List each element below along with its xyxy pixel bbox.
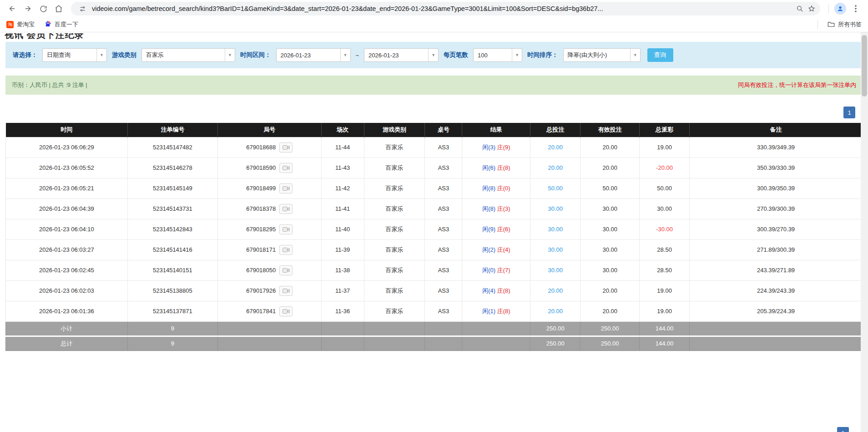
cell-valid-bet: 50.00: [580, 178, 640, 198]
home-button[interactable]: [52, 2, 66, 15]
table-row: 2026-01-23 06:02:03523145138805679017926…: [6, 280, 863, 301]
cell-bet-id: 523145145149: [127, 178, 217, 198]
footer-payout: 144.00: [640, 336, 690, 351]
cell-table-no: AS3: [425, 158, 462, 178]
cell-session: 11-39: [321, 239, 364, 260]
cell-result: 闲(8) 庄(0): [462, 178, 530, 198]
video-replay-button[interactable]: [279, 245, 293, 255]
column-header: 游戏类别: [364, 123, 425, 137]
cell-table-no: AS3: [425, 260, 462, 280]
video-replay-button[interactable]: [279, 142, 293, 152]
bet-records-table: 时间注单编号局号场次游戏类别桌号结果总投注有效投注总派彩备注 2026-01-2…: [5, 123, 863, 351]
chevron-down-icon[interactable]: ▼: [340, 49, 350, 61]
page-1-button[interactable]: 1: [843, 107, 855, 118]
cell-total-bet[interactable]: 20.00: [530, 280, 580, 301]
cell-table-no: AS3: [425, 178, 462, 198]
cell-result: 闲(4) 庄(8): [462, 280, 530, 301]
chevron-down-icon[interactable]: ▼: [96, 49, 106, 61]
video-replay-button[interactable]: [279, 306, 293, 316]
table-row: 2026-01-23 06:01:36523145137871679017841…: [6, 301, 863, 321]
cell-result: 闲(0) 庄(7): [462, 260, 530, 280]
url-text[interactable]: videoie.com/game/betrecord_search/kind3?…: [92, 5, 789, 12]
column-header: 结果: [462, 123, 530, 137]
all-bookmarks-button[interactable]: 所有书签: [818, 20, 862, 29]
chevron-down-icon[interactable]: ▼: [225, 49, 235, 61]
video-replay-button[interactable]: [279, 224, 293, 234]
search-button[interactable]: 查询: [647, 48, 673, 62]
video-replay-button[interactable]: [279, 265, 293, 275]
cell-time: 2026-01-23 06:04:10: [6, 219, 128, 239]
cell-total-bet[interactable]: 30.00: [530, 219, 580, 239]
table-row: 2026-01-23 06:03:27523145141416679018171…: [6, 239, 863, 260]
bookmark-taobao[interactable]: 淘 爱淘宝: [6, 20, 35, 29]
cell-game-type: 百家乐: [364, 219, 425, 239]
cell-total-bet[interactable]: 50.00: [530, 178, 580, 198]
cell-payout: -20.00: [640, 158, 690, 178]
cell-result: 闲(1) 庄(8): [462, 301, 530, 321]
query-type-select[interactable]: 日期查询 ▼: [42, 48, 107, 62]
table-row: 2026-01-23 06:04:10523145142843679018295…: [6, 219, 863, 239]
cell-time: 2026-01-23 06:01:36: [6, 301, 128, 321]
cell-payout: 19.00: [640, 301, 690, 321]
footer-valid-bet: 250.00: [580, 321, 640, 336]
chevron-down-icon[interactable]: ▼: [630, 49, 640, 61]
forward-button[interactable]: [21, 2, 35, 15]
video-replay-button[interactable]: [279, 204, 293, 214]
sort-label: 时间排序：: [527, 51, 558, 59]
cell-result: 闲(2) 庄(4): [462, 239, 530, 260]
profile-avatar[interactable]: [834, 3, 846, 15]
page-1-button-bottom[interactable]: 1: [837, 427, 849, 432]
cell-remark: 243.39/271.89: [690, 260, 863, 280]
game-type-select[interactable]: 百家乐 ▼: [141, 48, 235, 62]
cell-table-no: AS3: [425, 198, 462, 219]
address-bar[interactable]: videoie.com/game/betrecord_search/kind3?…: [71, 2, 820, 15]
cell-session: 11-41: [321, 198, 364, 219]
cell-payout: 19.00: [640, 137, 690, 158]
cell-payout: 19.00: [640, 280, 690, 301]
cell-bet-id: 523145137871: [127, 301, 217, 321]
reload-button[interactable]: [36, 2, 50, 15]
cell-result: 闲(3) 庄(9): [462, 137, 530, 158]
column-header: 有效投注: [580, 123, 640, 137]
cell-total-bet[interactable]: 30.00: [530, 198, 580, 219]
back-button[interactable]: [5, 2, 19, 15]
footer-count: 9: [127, 321, 217, 336]
cell-game-type: 百家乐: [364, 239, 425, 260]
cell-time: 2026-01-23 06:04:39: [6, 198, 128, 219]
page-scrollbar[interactable]: [861, 32, 868, 432]
column-header: 备注: [690, 123, 863, 137]
zoom-icon[interactable]: [794, 3, 806, 15]
date-end-select[interactable]: 2026-01-23 ▼: [364, 48, 439, 62]
video-replay-button[interactable]: [279, 163, 293, 173]
footer-total-bet: 250.00: [530, 321, 580, 336]
column-header: 局号: [217, 123, 321, 137]
browser-toolbar: videoie.com/game/betrecord_search/kind3?…: [0, 0, 868, 17]
cell-total-bet[interactable]: 30.00: [530, 260, 580, 280]
cell-valid-bet: 30.00: [580, 198, 640, 219]
video-replay-button[interactable]: [279, 183, 293, 193]
chevron-down-icon[interactable]: ▼: [512, 49, 522, 61]
video-replay-button[interactable]: [279, 286, 293, 296]
cell-game-type: 百家乐: [364, 301, 425, 321]
cell-session: 11-40: [321, 219, 364, 239]
scrollbar-thumb[interactable]: [862, 35, 867, 97]
browser-menu-button[interactable]: [849, 2, 863, 15]
bookmark-star-icon[interactable]: [806, 3, 818, 15]
cell-total-bet[interactable]: 20.00: [530, 158, 580, 178]
cell-valid-bet: 20.00: [580, 158, 640, 178]
site-settings-icon[interactable]: [76, 3, 88, 15]
sort-select[interactable]: 降幂(由大到小) ▼: [563, 48, 641, 62]
bookmark-label: 爱淘宝: [17, 20, 35, 29]
cell-total-bet[interactable]: 30.00: [530, 239, 580, 260]
chevron-down-icon[interactable]: ▼: [428, 49, 438, 61]
per-page-select[interactable]: 100 ▼: [473, 48, 522, 62]
cell-total-bet[interactable]: 20.00: [530, 137, 580, 158]
date-start-select[interactable]: 2026-01-23 ▼: [276, 48, 351, 62]
cell-total-bet[interactable]: 20.00: [530, 301, 580, 321]
sort-value: 降幂(由大到小): [564, 51, 630, 59]
cell-remark: 270.39/300.39: [690, 198, 863, 219]
toolbar-divider: [828, 5, 829, 13]
cell-remark: 300.39/270.39: [690, 219, 863, 239]
cell-bet-id: 523145141416: [127, 239, 217, 260]
bookmark-baidu[interactable]: 百度一下: [45, 20, 78, 29]
